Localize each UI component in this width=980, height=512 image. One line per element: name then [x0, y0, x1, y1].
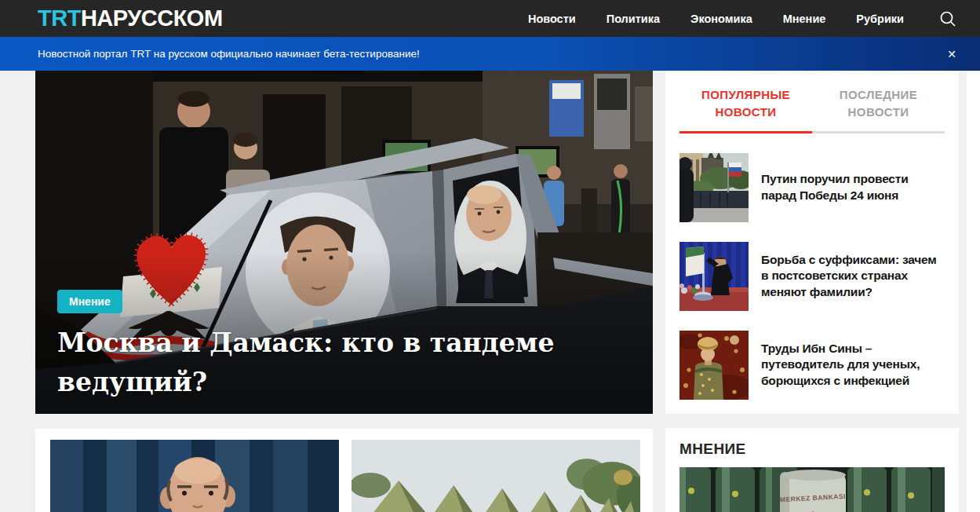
hero-headline[interactable]: Москва и Дамаск: кто в тандеме ведущий? — [57, 324, 614, 401]
beta-announcement-banner: Новостной портал TRT на русском официаль… — [0, 37, 980, 71]
page-content: Мнение Москва и Дамаск: кто в тандеме ве… — [0, 71, 980, 512]
news-item-title[interactable]: Труды Ибн Сины – путеводитель для ученых… — [761, 341, 920, 389]
sidebar-news-item-suffixes[interactable]: Борьба с суффиксами: зачем в постсоветск… — [679, 242, 945, 311]
page-right-margin — [967, 71, 980, 512]
main-nav: Новости Политика Экономика Мнение Рубрик… — [528, 10, 956, 27]
news-tabs: ПОПУЛЯРНЫЕ НОВОСТИ ПОСЛЕДНИЕ НОВОСТИ — [679, 82, 945, 133]
logo-trt: TRT — [38, 5, 81, 31]
news-thumb-victory-parade — [679, 153, 749, 222]
top-navigation-bar: TRTНАРУССКОМ Новости Политика Экономика … — [0, 0, 980, 37]
news-item-title[interactable]: Путин поручил провести парад Победы 24 и… — [761, 171, 909, 203]
news-thumb-kneeling-before-flag — [679, 242, 749, 311]
sidebar-news-item-parade[interactable]: Путин поручил провести парад Победы 24 и… — [679, 153, 945, 222]
news-item-title[interactable]: Борьба с суффиксами: зачем в постсоветск… — [761, 252, 937, 300]
rolled-lira-note: MERKEZ BANKASI — [780, 470, 846, 512]
nav-item-rubrics[interactable]: Рубрики — [856, 13, 904, 25]
news-thumb-persian-miniature — [679, 331, 749, 400]
sidebar-news-item-ibn-sina[interactable]: Труды Ибн Сины – путеводитель для ученых… — [679, 331, 945, 400]
main-column: Мнение Москва и Дамаск: кто в тандеме ве… — [35, 71, 653, 512]
nav-item-news[interactable]: Новости — [528, 13, 576, 25]
opinion-section-card: МНЕНИЕ MERKEZ BANKASI — [665, 428, 959, 512]
banner-text: Новостной портал TRT на русском официаль… — [38, 48, 420, 60]
nav-item-opinion[interactable]: Мнение — [783, 13, 826, 25]
hero-category-badge[interactable]: Мнение — [57, 290, 122, 313]
site-logo[interactable]: TRTНАРУССКОМ — [38, 5, 223, 31]
banner-close-button[interactable]: ✕ — [947, 48, 956, 60]
nav-item-politics[interactable]: Политика — [607, 13, 660, 25]
article-card-houses[interactable] — [352, 440, 640, 512]
secondary-articles-row — [35, 429, 653, 512]
opinion-section-title: МНЕНИЕ — [679, 441, 945, 458]
article-image-green-roof-houses[interactable] — [352, 440, 640, 512]
logo-narusskom: НАРУССКОМ — [81, 5, 223, 31]
tab-latest-news[interactable]: ПОСЛЕДНИЕ НОВОСТИ — [812, 82, 945, 133]
article-card-politician[interactable] — [50, 440, 339, 512]
hero-article[interactable]: Мнение Москва и Дамаск: кто в тандеме ве… — [35, 71, 653, 414]
opinion-article-image-banknote-rolls[interactable]: MERKEZ BANKASI — [679, 467, 945, 512]
nav-item-economy[interactable]: Экономика — [690, 13, 752, 25]
tab-popular-news[interactable]: ПОПУЛЯРНЫЕ НОВОСТИ — [679, 82, 812, 133]
news-tabs-card: ПОПУЛЯРНЫЕ НОВОСТИ ПОСЛЕДНИЕ НОВОСТИ — [665, 71, 959, 414]
article-image-politician-portrait[interactable] — [50, 440, 339, 512]
search-button[interactable] — [939, 10, 956, 27]
sidebar: ПОПУЛЯРНЫЕ НОВОСТИ ПОСЛЕДНИЕ НОВОСТИ — [665, 71, 959, 512]
search-icon — [939, 10, 956, 27]
